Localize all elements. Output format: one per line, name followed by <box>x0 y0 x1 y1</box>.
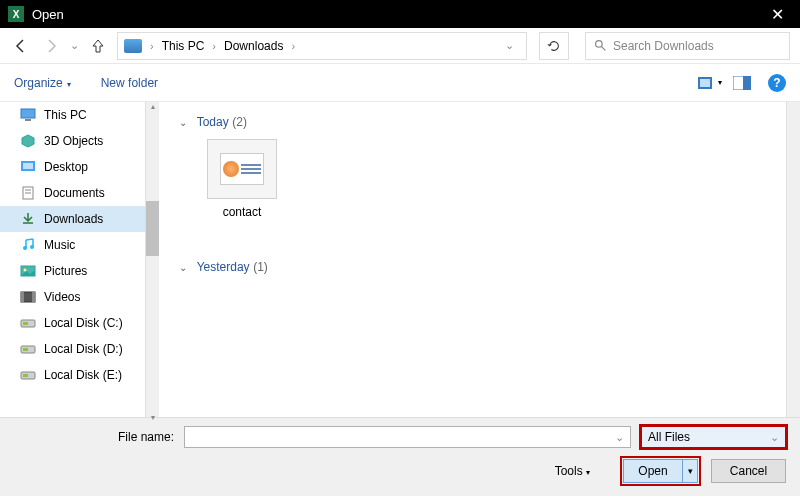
sidebar-item-label: Downloads <box>44 212 103 226</box>
preview-pane-button[interactable] <box>730 75 754 91</box>
sidebar-item-label: Documents <box>44 186 105 200</box>
breadcrumb-sep: › <box>212 40 216 52</box>
organize-menu[interactable]: Organize▾ <box>14 76 71 90</box>
svg-rect-22 <box>23 322 28 325</box>
sidebar-item-videos[interactable]: Videos <box>0 284 145 310</box>
group-yesterday[interactable]: ⌄ Yesterday (1) <box>179 259 766 274</box>
svg-line-1 <box>601 46 605 50</box>
search-icon <box>594 39 607 52</box>
filetype-dropdown[interactable]: All Files ⌄ <box>641 426 786 448</box>
svg-rect-20 <box>32 292 35 302</box>
breadcrumb-sep: › <box>291 40 295 52</box>
sidebar-item-label: Videos <box>44 290 80 304</box>
group-label: Today <box>197 115 229 129</box>
filename-input[interactable]: ⌄ <box>184 426 631 448</box>
search-input[interactable]: Search Downloads <box>585 32 790 60</box>
sidebar-item-label: Local Disk (D:) <box>44 342 123 356</box>
filetype-value: All Files <box>648 430 690 444</box>
excel-icon: X <box>8 6 24 22</box>
disk-icon <box>20 315 36 331</box>
desktop-icon <box>20 159 36 175</box>
view-menu[interactable]: ▾ <box>698 75 722 91</box>
back-button[interactable] <box>10 35 32 57</box>
address-bar[interactable]: › This PC › Downloads › ⌄ <box>117 32 527 60</box>
sidebar-item-disk-e[interactable]: Local Disk (E:) <box>0 362 145 388</box>
sidebar-item-3dobjects[interactable]: 3D Objects <box>0 128 145 154</box>
thispc-icon <box>20 107 36 123</box>
sidebar-item-desktop[interactable]: Desktop <box>0 154 145 180</box>
cancel-button[interactable]: Cancel <box>711 459 786 483</box>
breadcrumb-sep: › <box>150 40 154 52</box>
chevron-down-icon: ⌄ <box>179 262 187 273</box>
sidebar-item-label: Local Disk (E:) <box>44 368 122 382</box>
window-title: Open <box>32 7 763 22</box>
breadcrumb-root[interactable]: This PC <box>162 39 205 53</box>
documents-icon <box>20 185 36 201</box>
group-label: Yesterday <box>197 260 250 274</box>
sidebar-item-label: 3D Objects <box>44 134 103 148</box>
sidebar-item-downloads[interactable]: Downloads <box>0 206 145 232</box>
svg-point-14 <box>23 246 27 250</box>
sidebar-item-music[interactable]: Music <box>0 232 145 258</box>
address-dropdown[interactable]: ⌄ <box>498 35 520 57</box>
downloads-icon <box>20 211 36 227</box>
recent-locations-dropdown[interactable]: ⌄ <box>70 39 79 52</box>
group-today[interactable]: ⌄ Today (2) <box>179 114 766 129</box>
disk-icon <box>20 341 36 357</box>
breadcrumb-current[interactable]: Downloads <box>224 39 283 53</box>
sidebar-item-pictures[interactable]: Pictures <box>0 258 145 284</box>
scroll-thumb[interactable] <box>146 201 159 256</box>
sidebar-item-disk-d[interactable]: Local Disk (D:) <box>0 336 145 362</box>
file-item-contact[interactable]: contact <box>197 139 287 219</box>
sidebar-item-thispc[interactable]: This PC <box>0 102 145 128</box>
svg-rect-5 <box>743 76 751 90</box>
content-scrollbar[interactable] <box>786 102 800 417</box>
svg-point-0 <box>596 41 603 48</box>
sidebar: This PC 3D Objects Desktop Documents Dow… <box>0 102 145 417</box>
svg-rect-19 <box>21 292 24 302</box>
help-button[interactable]: ? <box>768 74 786 92</box>
sidebar-scrollbar[interactable]: ▴ ▾ <box>145 102 159 417</box>
forward-button[interactable] <box>40 35 62 57</box>
search-placeholder: Search Downloads <box>613 39 714 53</box>
svg-rect-26 <box>23 374 28 377</box>
sidebar-item-label: This PC <box>44 108 87 122</box>
svg-point-15 <box>30 245 34 249</box>
file-listing: ⌄ Today (2) contact ⌄ Yesterday (1) <box>159 102 786 417</box>
sidebar-item-disk-c[interactable]: Local Disk (C:) <box>0 310 145 336</box>
new-folder-button[interactable]: New folder <box>101 76 158 90</box>
close-button[interactable]: ✕ <box>763 5 792 24</box>
sidebar-item-label: Local Disk (C:) <box>44 316 123 330</box>
sidebar-item-label: Pictures <box>44 264 87 278</box>
folder-icon <box>124 39 142 53</box>
pictures-icon <box>20 263 36 279</box>
music-icon <box>20 237 36 253</box>
3d-icon <box>20 133 36 149</box>
filename-label: File name: <box>14 430 174 444</box>
sidebar-item-label: Desktop <box>44 160 88 174</box>
sidebar-item-documents[interactable]: Documents <box>0 180 145 206</box>
svg-marker-8 <box>22 135 34 147</box>
contact-icon <box>207 139 277 199</box>
svg-rect-10 <box>23 163 33 169</box>
svg-rect-24 <box>23 348 28 351</box>
group-count: (2) <box>232 115 247 129</box>
disk-icon <box>20 367 36 383</box>
sidebar-item-label: Music <box>44 238 75 252</box>
svg-rect-6 <box>21 109 35 118</box>
svg-rect-3 <box>700 79 710 87</box>
videos-icon <box>20 289 36 305</box>
chevron-down-icon: ⌄ <box>179 117 187 128</box>
up-button[interactable] <box>87 35 109 57</box>
group-count: (1) <box>253 260 268 274</box>
refresh-button[interactable] <box>539 32 569 60</box>
file-name: contact <box>197 205 287 219</box>
svg-rect-7 <box>25 119 31 121</box>
open-dropdown[interactable]: ▾ <box>683 459 698 483</box>
tools-menu[interactable]: Tools ▾ <box>555 464 590 478</box>
open-button[interactable]: Open <box>623 459 683 483</box>
